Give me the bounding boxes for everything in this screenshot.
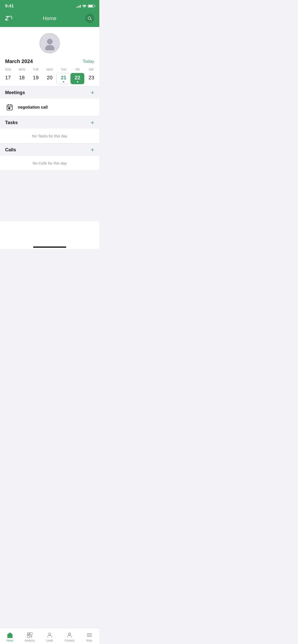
svg-rect-9 <box>8 108 10 109</box>
home-indicator <box>0 244 99 249</box>
calendar-date-22[interactable]: 22 <box>71 73 85 84</box>
calendar-date-19[interactable]: 19 <box>29 73 43 84</box>
calendar-date-17[interactable]: 17 <box>1 73 15 84</box>
tasks-section-header: Tasks + <box>0 116 99 129</box>
meeting-item[interactable]: negotiation call <box>0 99 99 116</box>
meeting-title: negotiation call <box>18 105 48 110</box>
calls-empty-message: No Calls for this day <box>0 156 99 171</box>
tasks-empty-message: No Tasks for this day <box>0 129 99 143</box>
today-button[interactable]: Today <box>83 59 94 64</box>
add-call-button[interactable]: + <box>91 147 94 153</box>
weekday-thu: THU <box>57 67 71 72</box>
calendar-month-row: March 2024 Today <box>0 57 99 67</box>
svg-text:Z: Z <box>5 15 9 22</box>
signal-icon <box>76 5 81 8</box>
weekday-tue: TUE <box>29 67 43 72</box>
nav-header: Z Home <box>0 11 99 27</box>
add-meeting-button[interactable]: + <box>91 90 94 96</box>
meetings-title: Meetings <box>5 90 25 95</box>
calendar-date-23[interactable]: 23 <box>84 73 98 84</box>
svg-point-3 <box>47 39 52 44</box>
calendar-date-18[interactable]: 18 <box>15 73 29 84</box>
search-button[interactable] <box>85 14 94 23</box>
status-icons <box>76 5 94 8</box>
calls-section-header: Calls + <box>0 143 99 156</box>
calendar-dates: 17 18 19 20 21 22 23 <box>0 72 99 86</box>
calendar-weekdays: SUN MON TUE WED THU FRI SAT <box>0 67 99 72</box>
avatar-icon <box>43 36 57 50</box>
meetings-section-header: Meetings + <box>0 86 99 99</box>
calls-title: Calls <box>5 147 16 153</box>
svg-point-4 <box>45 45 55 50</box>
empty-space <box>0 171 99 222</box>
page-title: Home <box>43 16 56 21</box>
home-indicator-bar <box>33 246 66 248</box>
app-logo: Z <box>5 15 14 22</box>
wifi-icon <box>82 5 86 8</box>
weekday-wed: WED <box>43 67 57 72</box>
avatar[interactable] <box>39 33 60 53</box>
status-bar: 9:41 <box>0 0 99 11</box>
calendar-icon <box>6 104 13 111</box>
calendar-date-20[interactable]: 20 <box>43 73 57 84</box>
search-icon <box>87 16 92 21</box>
battery-icon <box>88 5 94 8</box>
calendar-section: March 2024 Today SUN MON TUE WED THU FRI… <box>0 56 99 86</box>
weekday-mon: MON <box>15 67 29 72</box>
add-task-button[interactable]: + <box>91 120 94 126</box>
calendar-month: March 2024 <box>5 58 33 64</box>
calendar-date-21[interactable]: 21 <box>57 73 71 84</box>
weekday-sat: SAT <box>84 67 98 72</box>
status-time: 9:41 <box>5 4 14 9</box>
weekday-fri: FRI <box>71 67 85 72</box>
tasks-title: Tasks <box>5 120 18 125</box>
logo-icon: Z <box>5 15 14 22</box>
svg-line-2 <box>90 19 91 20</box>
avatar-section <box>0 27 99 56</box>
meeting-icon <box>5 103 14 112</box>
weekday-sun: SUN <box>1 67 15 72</box>
